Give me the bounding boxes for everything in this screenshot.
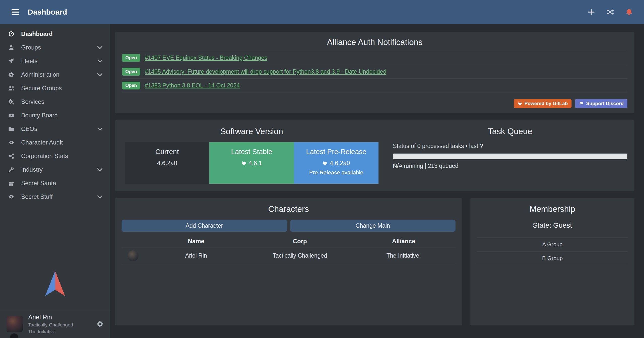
sidebar-item-label: Secret Stuff xyxy=(21,193,53,200)
status-panel: Software Version Current 4.6.2a0 Latest … xyxy=(115,120,634,191)
paper-plane-icon xyxy=(8,57,15,65)
top-navbar: Dashboard xyxy=(0,0,644,24)
table-header-row: Name Corp Alliance xyxy=(122,235,456,248)
chevron-down-icon xyxy=(97,73,102,76)
share-nodes-icon xyxy=(8,152,15,160)
sidebar-item-industry[interactable]: Industry xyxy=(0,163,110,176)
cogs-icon xyxy=(8,98,15,106)
membership-state: State: Guest xyxy=(477,221,628,229)
version-value: 4.6.2a0 xyxy=(330,160,350,167)
version-cell-prerelease: Latest Pre-Release 4.6.2a0 Pre-Release a… xyxy=(294,142,378,184)
sidebar-item-label: Character Audit xyxy=(21,139,63,146)
character-name: Ariel Rin xyxy=(144,252,248,259)
membership-title: Membership xyxy=(477,204,628,214)
version-cell-stable: Latest Stable 4.6.1 xyxy=(209,142,294,184)
notifications-panel: Alliance Auth Notifications Open #1407 E… xyxy=(115,32,634,113)
prerelease-note: Pre-Release available xyxy=(294,169,378,176)
gift-icon xyxy=(8,179,15,187)
user-info: Ariel Rin Tactically Challenged The Init… xyxy=(28,313,73,335)
chevron-down-icon xyxy=(97,46,102,49)
alliance-auth-logo xyxy=(0,270,110,297)
user-avatar xyxy=(7,316,23,332)
sidebar-item-character-audit[interactable]: Character Audit xyxy=(0,136,110,149)
sidebar-item-bounty-board[interactable]: Bounty Board xyxy=(0,109,110,122)
notifications-list: Open #1407 EVE Equinox Status - Breaking… xyxy=(122,51,627,92)
gauge-icon xyxy=(8,30,15,38)
discord-icon xyxy=(579,101,584,106)
user-name: Ariel Rin xyxy=(28,313,73,321)
sidebar-item-services[interactable]: Services xyxy=(0,95,110,109)
eye-icon xyxy=(8,139,15,146)
characters-table: Name Corp Alliance Ariel Rin Tactically … xyxy=(122,235,456,264)
column-header-name: Name xyxy=(144,238,248,245)
task-queue-section: Task Queue Status of 0 processed tasks •… xyxy=(393,127,627,184)
support-discord-badge[interactable]: Support Discord xyxy=(575,99,627,108)
sidebar: Dashboard Groups Fleets Administra xyxy=(0,24,110,338)
notification-row: Open #1407 EVE Equinox Status - Breaking… xyxy=(122,51,627,65)
gear-icon[interactable] xyxy=(96,320,103,327)
badge-label: Powered by GitLab xyxy=(524,101,568,106)
sidebar-item-ceos[interactable]: CEOs xyxy=(0,122,110,136)
shuffle-icon[interactable] xyxy=(606,9,614,16)
membership-panel: Membership State: Guest A Group B Group xyxy=(470,198,634,325)
column-header-alliance: Alliance xyxy=(352,238,456,245)
notification-row: Open #1383 Python 3.8 EOL - 14 Oct 2024 xyxy=(122,79,627,92)
software-version-cells: Current 4.6.2a0 Latest Stable 4.6.1 xyxy=(122,142,381,184)
characters-actions: Add Character Change Main xyxy=(122,220,456,232)
folder-icon xyxy=(8,125,15,133)
list-item: B Group xyxy=(477,251,628,265)
task-queue-status: Status of 0 processed tasks • last ? xyxy=(393,143,627,150)
task-queue-progressbar xyxy=(393,154,627,159)
notification-link[interactable]: #1407 EVE Equinox Status - Breaking Chan… xyxy=(145,55,267,61)
character-portrait xyxy=(127,250,138,261)
sidebar-item-secure-groups[interactable]: Secure Groups xyxy=(0,81,110,95)
notification-link[interactable]: #1383 Python 3.8 EOL - 14 Oct 2024 xyxy=(145,82,240,89)
sidebar-item-label: Bounty Board xyxy=(21,112,58,119)
software-version-title: Software Version xyxy=(122,127,381,136)
plus-icon[interactable] xyxy=(588,8,595,16)
navbar-actions xyxy=(588,8,633,16)
bell-icon[interactable] xyxy=(625,8,633,16)
sidebar-item-dashboard[interactable]: Dashboard xyxy=(0,27,110,41)
gitlab-icon xyxy=(241,161,246,166)
money-icon xyxy=(8,112,15,119)
gears-icon xyxy=(8,71,15,78)
membership-group-list: A Group B Group xyxy=(477,237,628,265)
character-corp: Tactically Challenged xyxy=(248,252,352,259)
sidebar-item-administration[interactable]: Administration xyxy=(0,68,110,81)
change-main-button[interactable]: Change Main xyxy=(290,220,456,232)
notification-link[interactable]: #1405 Advisory: Future development will … xyxy=(145,68,386,75)
sidebar-item-label: Groups xyxy=(21,44,41,51)
status-badge: Open xyxy=(122,68,140,76)
sidebar-item-label: Secure Groups xyxy=(21,85,62,92)
alliance-emblem xyxy=(10,333,19,338)
users-icon xyxy=(8,84,15,92)
sidebar-item-secret-stuff[interactable]: Secret Stuff xyxy=(0,190,110,204)
notification-row: Open #1405 Advisory: Future development … xyxy=(122,65,627,79)
chevron-down-icon xyxy=(97,195,102,199)
sidebar-item-secret-santa[interactable]: Secret Santa xyxy=(0,176,110,190)
status-badge: Open xyxy=(122,82,140,89)
notifications-title: Alliance Auth Notifications xyxy=(122,37,627,47)
gitlab-icon xyxy=(322,161,327,166)
badge-label: Support Discord xyxy=(586,101,624,106)
sidebar-item-groups[interactable]: Groups xyxy=(0,41,110,54)
sidebar-item-label: Services xyxy=(21,98,44,105)
characters-panel: Characters Add Character Change Main Nam… xyxy=(115,198,462,325)
list-item: A Group xyxy=(477,237,628,251)
hamburger-menu-icon[interactable] xyxy=(11,8,19,16)
powered-by-gitlab-badge[interactable]: Powered by GitLab xyxy=(514,99,572,108)
eye-icon xyxy=(8,193,15,201)
sidebar-menu: Dashboard Groups Fleets Administra xyxy=(0,24,110,204)
bottom-row: Characters Add Character Change Main Nam… xyxy=(115,198,634,325)
page-title: Dashboard xyxy=(28,8,67,16)
sidebar-item-label: Dashboard xyxy=(21,30,53,37)
character-alliance: The Initiative. xyxy=(352,252,456,259)
sidebar-item-fleets[interactable]: Fleets xyxy=(0,54,110,68)
sidebar-item-corporation-stats[interactable]: Corporation Stats xyxy=(0,149,110,163)
user-icon xyxy=(8,44,15,51)
chevron-down-icon xyxy=(97,59,102,63)
add-character-button[interactable]: Add Character xyxy=(122,220,287,232)
sidebar-user-block: Ariel Rin Tactically Challenged The Init… xyxy=(0,310,110,338)
version-label: Latest Pre-Release xyxy=(294,142,378,156)
